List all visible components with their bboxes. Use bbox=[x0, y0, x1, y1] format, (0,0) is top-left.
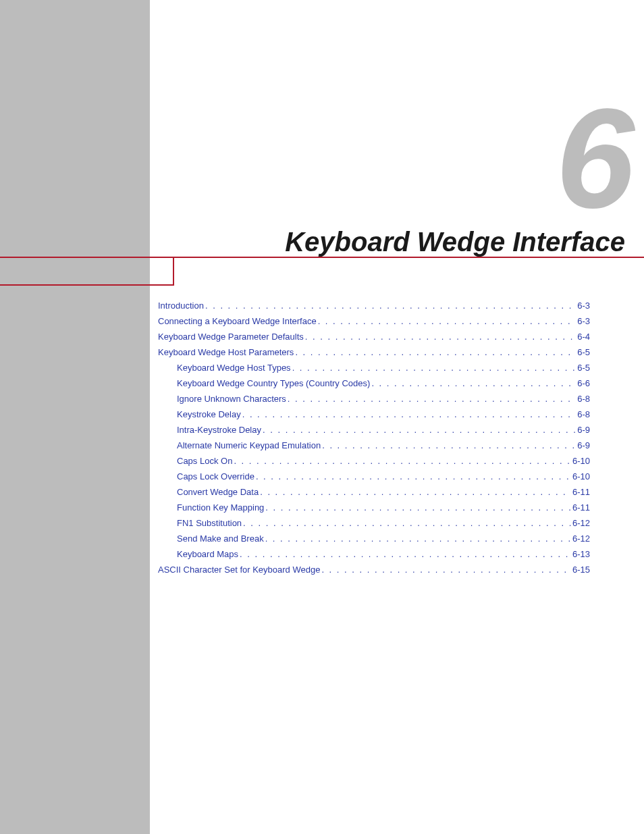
toc-entry-page[interactable]: 6-10 bbox=[572, 456, 590, 466]
chapter-page: 6 Keyboard Wedge Interface Introduction.… bbox=[0, 0, 644, 834]
toc-entry-page[interactable]: 6-3 bbox=[577, 301, 590, 311]
toc-row[interactable]: Ignore Unknown Characters. . . . . . . .… bbox=[158, 394, 590, 404]
toc-leader-dots: . . . . . . . . . . . . . . . . . . . . … bbox=[265, 502, 571, 513]
toc-leader-dots: . . . . . . . . . . . . . . . . . . . . … bbox=[295, 347, 576, 357]
toc-leader-dots: . . . . . . . . . . . . . . . . . . . . … bbox=[322, 440, 576, 450]
toc-row[interactable]: Introduction. . . . . . . . . . . . . . … bbox=[158, 301, 590, 311]
toc-leader-dots: . . . . . . . . . . . . . . . . . . . . … bbox=[234, 456, 571, 466]
toc-entry-label[interactable]: Keyboard Wedge Country Types (Country Co… bbox=[177, 378, 370, 388]
toc-row[interactable]: Caps Lock On. . . . . . . . . . . . . . … bbox=[158, 456, 590, 466]
toc-entry-page[interactable]: 6-3 bbox=[577, 316, 590, 326]
toc-row[interactable]: Keystroke Delay. . . . . . . . . . . . .… bbox=[158, 409, 590, 419]
toc-entry-page[interactable]: 6-4 bbox=[577, 332, 590, 342]
toc-entry-page[interactable]: 6-11 bbox=[572, 502, 590, 513]
toc-entry-label[interactable]: FN1 Substitution bbox=[177, 518, 242, 528]
toc-row[interactable]: Intra-Keystroke Delay. . . . . . . . . .… bbox=[158, 425, 590, 435]
toc-entry-label[interactable]: Keyboard Wedge Host Types bbox=[177, 363, 291, 373]
toc-entry-label[interactable]: Ignore Unknown Characters bbox=[177, 394, 286, 404]
toc-row[interactable]: Alternate Numeric Keypad Emulation. . . … bbox=[158, 440, 590, 450]
red-rule bbox=[0, 257, 644, 258]
toc-entry-label[interactable]: Keyboard Maps bbox=[177, 549, 238, 559]
toc-leader-dots: . . . . . . . . . . . . . . . . . . . . … bbox=[305, 332, 576, 342]
toc-entry-label[interactable]: Alternate Numeric Keypad Emulation bbox=[177, 440, 321, 450]
toc-entry-page[interactable]: 6-8 bbox=[577, 394, 590, 404]
toc-leader-dots: . . . . . . . . . . . . . . . . . . . . … bbox=[265, 533, 571, 544]
toc-row[interactable]: Keyboard Wedge Host Types. . . . . . . .… bbox=[158, 363, 590, 373]
toc-entry-label[interactable]: ASCII Character Set for Keyboard Wedge bbox=[158, 565, 320, 575]
toc-entry-label[interactable]: Intra-Keystroke Delay bbox=[177, 425, 261, 435]
toc-entry-label[interactable]: Function Key Mapping bbox=[177, 502, 264, 513]
toc-leader-dots: . . . . . . . . . . . . . . . . . . . . … bbox=[242, 409, 576, 419]
toc-leader-dots: . . . . . . . . . . . . . . . . . . . . … bbox=[292, 363, 576, 373]
toc-leader-dots: . . . . . . . . . . . . . . . . . . . . … bbox=[260, 487, 571, 497]
chapter-number: 6 bbox=[556, 88, 629, 230]
red-rule-step-v bbox=[173, 257, 174, 285]
toc-leader-dots: . . . . . . . . . . . . . . . . . . . . … bbox=[240, 549, 571, 559]
toc-entry-label[interactable]: Convert Wedge Data bbox=[177, 487, 259, 497]
gray-left-bar bbox=[0, 0, 150, 834]
toc-entry-page[interactable]: 6-11 bbox=[572, 487, 590, 497]
toc-leader-dots: . . . . . . . . . . . . . . . . . . . . … bbox=[263, 425, 576, 435]
toc-entry-page[interactable]: 6-10 bbox=[572, 471, 590, 481]
toc-leader-dots: . . . . . . . . . . . . . . . . . . . . … bbox=[321, 565, 571, 575]
toc-entry-label[interactable]: Caps Lock On bbox=[177, 456, 232, 466]
toc-entry-label[interactable]: Keystroke Delay bbox=[177, 409, 241, 419]
toc-entry-label[interactable]: Keyboard Wedge Parameter Defaults bbox=[158, 332, 304, 342]
toc-entry-page[interactable]: 6-9 bbox=[577, 440, 590, 450]
chapter-title: Keyboard Wedge Interface bbox=[285, 227, 625, 257]
toc-leader-dots: . . . . . . . . . . . . . . . . . . . . … bbox=[318, 316, 576, 326]
toc-leader-dots: . . . . . . . . . . . . . . . . . . . . … bbox=[288, 394, 576, 404]
toc-row[interactable]: Keyboard Wedge Country Types (Country Co… bbox=[158, 378, 590, 388]
toc-entry-label[interactable]: Introduction bbox=[158, 301, 204, 311]
toc-row[interactable]: Keyboard Wedge Parameter Defaults. . . .… bbox=[158, 332, 590, 342]
toc-entry-page[interactable]: 6-9 bbox=[577, 425, 590, 435]
toc-leader-dots: . . . . . . . . . . . . . . . . . . . . … bbox=[243, 518, 571, 528]
table-of-contents: Introduction. . . . . . . . . . . . . . … bbox=[158, 301, 590, 580]
toc-entry-page[interactable]: 6-6 bbox=[577, 378, 590, 388]
toc-entry-page[interactable]: 6-15 bbox=[572, 565, 590, 575]
toc-entry-label[interactable]: Send Make and Break bbox=[177, 533, 264, 544]
toc-entry-label[interactable]: Keyboard Wedge Host Parameters bbox=[158, 347, 294, 357]
toc-row[interactable]: Keyboard Maps. . . . . . . . . . . . . .… bbox=[158, 549, 590, 559]
toc-entry-page[interactable]: 6-12 bbox=[572, 518, 590, 528]
toc-leader-dots: . . . . . . . . . . . . . . . . . . . . … bbox=[205, 301, 576, 311]
toc-row[interactable]: FN1 Substitution. . . . . . . . . . . . … bbox=[158, 518, 590, 528]
toc-row[interactable]: Send Make and Break. . . . . . . . . . .… bbox=[158, 533, 590, 544]
toc-row[interactable]: Function Key Mapping. . . . . . . . . . … bbox=[158, 502, 590, 513]
red-rule-step-h bbox=[0, 284, 174, 286]
toc-entry-page[interactable]: 6-8 bbox=[577, 409, 590, 419]
toc-row[interactable]: Connecting a Keyboard Wedge Interface. .… bbox=[158, 316, 590, 326]
toc-row[interactable]: Convert Wedge Data. . . . . . . . . . . … bbox=[158, 487, 590, 497]
toc-entry-page[interactable]: 6-12 bbox=[572, 533, 590, 544]
toc-row[interactable]: Caps Lock Override. . . . . . . . . . . … bbox=[158, 471, 590, 481]
toc-entry-page[interactable]: 6-5 bbox=[577, 347, 590, 357]
toc-entry-page[interactable]: 6-5 bbox=[577, 363, 590, 373]
toc-leader-dots: . . . . . . . . . . . . . . . . . . . . … bbox=[256, 471, 571, 481]
toc-entry-label[interactable]: Caps Lock Override bbox=[177, 471, 254, 481]
toc-entry-label[interactable]: Connecting a Keyboard Wedge Interface bbox=[158, 316, 317, 326]
toc-row[interactable]: ASCII Character Set for Keyboard Wedge. … bbox=[158, 565, 590, 575]
toc-entry-page[interactable]: 6-13 bbox=[572, 549, 590, 559]
toc-leader-dots: . . . . . . . . . . . . . . . . . . . . … bbox=[371, 378, 576, 388]
toc-row[interactable]: Keyboard Wedge Host Parameters. . . . . … bbox=[158, 347, 590, 357]
